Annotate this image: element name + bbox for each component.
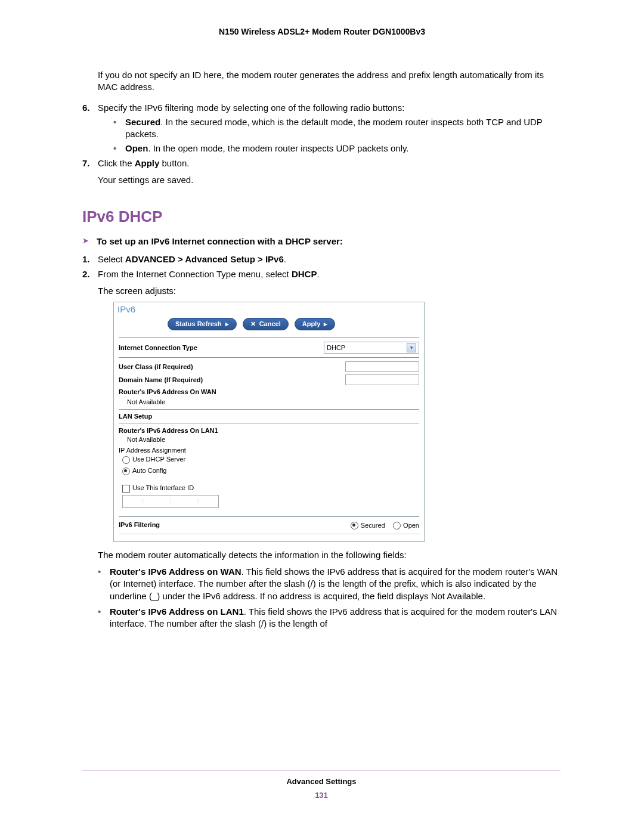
proc-step-2-num: 2. (82, 268, 98, 630)
proc-step-1: 1. Select ADVANCED > Advanced Setup > IP… (82, 253, 561, 265)
use-interface-id-option[interactable]: Use This Interface ID ::: (119, 484, 419, 508)
step-7-post: button. (159, 158, 189, 168)
s2-after: The screen adjusts: (98, 285, 561, 297)
auto-config-label: Auto Config (132, 467, 166, 474)
filter-secured-option[interactable]: Secured (351, 521, 385, 529)
section-heading-ipv6-dhcp: IPv6 DHCP (82, 206, 561, 227)
s2-post: . (317, 269, 319, 279)
bullet-dot-icon: • (98, 606, 110, 630)
secured-label: Secured (125, 117, 160, 127)
panel-button-bar: Status Refresh ▸ ✕ Cancel Apply ▸ (114, 315, 424, 335)
triangle-arrow-icon: ➤ (82, 236, 97, 247)
domain-name-input[interactable] (345, 374, 419, 385)
ict-select[interactable]: DHCP ▾ (324, 342, 419, 354)
filter-secured-label: Secured (361, 522, 385, 529)
step-7-after: Your settings are saved. (98, 174, 561, 186)
step-6-number: 6. (82, 102, 98, 155)
step-7-pre: Click the (98, 158, 135, 168)
wan-addr-value: Not Available (119, 398, 419, 407)
s2-bold: DHCP (292, 269, 317, 279)
footer-page-number: 131 (82, 790, 561, 801)
filter-open-option[interactable]: Open (393, 521, 419, 529)
procedure-title: To set up an IPv6 Internet connection wi… (97, 236, 343, 247)
use-iface-label: Use This Interface ID (132, 484, 194, 491)
use-dhcp-option[interactable]: Use DHCP Server (119, 455, 419, 464)
status-refresh-button[interactable]: Status Refresh ▸ (168, 318, 237, 330)
radio-selected-icon (351, 522, 358, 529)
ict-label: Internet Connection Type (119, 343, 197, 352)
cancel-button[interactable]: ✕ Cancel (243, 318, 289, 330)
proc-step-2: 2. From the Internet Connection Type men… (82, 268, 561, 630)
lan-setup-label: LAN Setup (119, 412, 419, 421)
field-desc-1: • Router's IPv6 Address on WAN. This fie… (98, 566, 561, 602)
user-class-label: User Class (if Required) (119, 363, 193, 371)
ipv6-config-panel: IPv6 Status Refresh ▸ ✕ Cancel Apply ▸ (113, 302, 425, 542)
open-desc: . In the open mode, the modem router ins… (148, 143, 408, 153)
s1-bold: ADVANCED > Advanced Setup > IPv6 (125, 254, 284, 264)
after-shot-para: The modem router automatically detects t… (98, 549, 561, 561)
step-6-bullet-1: • Secured. In the secured mode, which is… (113, 116, 561, 141)
proc-step-1-num: 1. (82, 253, 98, 265)
step-6-text: Specify the IPv6 filtering mode by selec… (98, 103, 404, 113)
checkbox-icon (122, 485, 130, 493)
open-label: Open (125, 143, 148, 153)
step-6-bullet-2: • Open. In the open mode, the modem rout… (113, 143, 561, 154)
wan-addr-label: Router's IPv6 Address On WAN (119, 388, 216, 397)
apply-bold: Apply (135, 158, 160, 168)
domain-name-label: Domain Name (If Required) (119, 376, 203, 385)
s2-pre: From the Internet Connection Type menu, … (98, 269, 292, 279)
page-header-title: N150 Wireless ADSL2+ Modem Router DGN100… (0, 26, 644, 38)
radio-selected-icon (122, 467, 130, 475)
lan1-addr-label: Router's IPv6 Address On LAN1 (119, 426, 419, 435)
intro-paragraph: If you do not specify an ID here, the mo… (98, 69, 561, 94)
panel-title: IPv6 (114, 302, 424, 315)
status-refresh-label: Status Refresh (175, 320, 222, 329)
close-icon: ✕ (250, 320, 256, 329)
field2-label: Router's IPv6 Address on LAN1 (110, 606, 244, 617)
step-7: 7. Click the Apply button. Your settings… (82, 157, 561, 187)
filter-open-label: Open (403, 522, 419, 529)
field-desc-2: • Router's IPv6 Address on LAN1. This fi… (98, 606, 561, 630)
apply-arrow-icon: ▸ (324, 320, 327, 329)
cancel-label: Cancel (259, 320, 281, 329)
apply-label: Apply (302, 320, 321, 329)
procedure-title-row: ➤ To set up an IPv6 Internet connection … (82, 236, 561, 247)
radio-icon (122, 456, 130, 464)
use-dhcp-label: Use DHCP Server (132, 456, 185, 463)
step-6: 6. Specify the IPv6 filtering mode by se… (82, 102, 561, 155)
ict-value: DHCP (327, 343, 345, 352)
radio-icon (393, 522, 401, 529)
auto-config-option[interactable]: Auto Config (119, 466, 419, 475)
bullet-dot-icon: • (98, 566, 110, 602)
page-footer: Advanced Settings 131 (82, 765, 561, 801)
s1-post: . (284, 254, 286, 264)
field1-label: Router's IPv6 Address on WAN (110, 566, 242, 577)
lan1-addr-value: Not Available (119, 435, 419, 444)
s1-pre: Select (98, 254, 125, 264)
user-class-input[interactable] (345, 361, 419, 372)
footer-separator (82, 770, 561, 770)
footer-section-label: Advanced Settings (82, 776, 561, 787)
ip-assignment-label: IP Address Assignment (119, 446, 419, 455)
ipv6-filtering-label: IPv6 Filtering (119, 521, 160, 529)
apply-button[interactable]: Apply ▸ (295, 318, 336, 330)
bullet-dot-icon: • (113, 116, 125, 141)
content-area: If you do not specify an ID here, the mo… (82, 69, 561, 632)
interface-id-input[interactable]: ::: (122, 495, 219, 508)
step-7-number: 7. (82, 157, 98, 187)
secured-desc: . In the secured mode, which is the defa… (125, 117, 543, 139)
refresh-arrow-icon: ▸ (225, 320, 229, 329)
chevron-down-icon: ▾ (407, 343, 416, 352)
bullet-dot-icon: • (113, 143, 125, 154)
